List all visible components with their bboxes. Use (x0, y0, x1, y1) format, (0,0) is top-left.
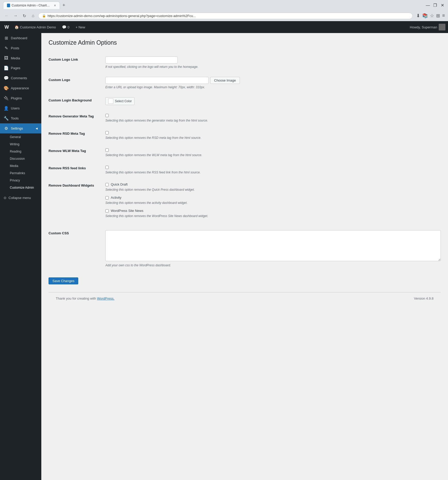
custom-login-bg-label: Custom Login Background (49, 97, 105, 102)
submenu-item-media[interactable]: Media (0, 162, 41, 170)
sidebar-item-plugins[interactable]: 🔌 Plugins (0, 93, 41, 103)
save-btn-row: Save Changes (49, 277, 441, 292)
custom-logo-input-group: Choose Image (105, 77, 441, 84)
collections-icon[interactable]: 📚 (422, 13, 428, 19)
custom-logo-link-input[interactable] (105, 57, 178, 63)
sidebar-label-comments: Comments (11, 76, 27, 80)
remove-rss-checkbox[interactable] (105, 166, 109, 169)
remove-generator-row: Remove Generator Meta Tag Selecting this… (49, 109, 441, 126)
remove-wlw-label: Remove WLW Meta Tag (49, 148, 105, 153)
page-title: Customize Admin Options (49, 39, 441, 46)
remove-rss-hint: Selecting this option removes the RSS fe… (105, 171, 441, 174)
remove-rss-checkbox-row (105, 165, 441, 169)
widget-activity-checkbox[interactable] (105, 196, 109, 199)
custom-logo-input[interactable] (105, 77, 209, 84)
choose-image-button[interactable]: Choose Image (210, 77, 240, 84)
collapse-label: Collapse menu (9, 196, 31, 200)
sidebar-menu: ⊞ Dashboard ✎ Posts 🖼 Media 📄 Pages 💬 Co… (0, 33, 41, 133)
submenu-item-general[interactable]: General (0, 133, 41, 141)
minimize-button[interactable]: — (425, 3, 430, 8)
remove-wlw-checkbox-row (105, 148, 441, 152)
sidebar-item-settings[interactable]: ⚙ Settings ◀ (0, 123, 41, 133)
remove-dashboard-widgets-field: Quick Draft Selecting this option remove… (105, 182, 441, 222)
sidebar-label-pages: Pages (11, 66, 20, 70)
media-icon: 🖼 (4, 56, 9, 60)
submenu-item-permalinks[interactable]: Permalinks (0, 170, 41, 177)
sidebar-label-appearance: Appearance (11, 86, 29, 90)
custom-css-textarea[interactable] (105, 230, 441, 261)
submenu-item-customize-admin[interactable]: Customize Admin (0, 184, 41, 191)
admin-bar-comments[interactable]: 💬 0 (59, 21, 72, 33)
widget-wp-news-group: WordPress Site News Selecting this optio… (105, 209, 441, 218)
sidebar-label-media: Media (11, 56, 20, 60)
widget-quick-draft-group: Quick Draft Selecting this option remove… (105, 182, 441, 191)
remove-rss-row: Remove RSS feed links Selecting this opt… (49, 161, 441, 178)
lock-icon: 🔒 (42, 14, 46, 18)
admin-bar-user[interactable]: Howdy, Superman (410, 24, 445, 30)
sidebar-label-settings: Settings (11, 126, 23, 130)
back-button[interactable]: ← (3, 12, 10, 19)
wp-logo[interactable]: W (3, 23, 11, 31)
widget-wp-news-row: WordPress Site News (105, 209, 441, 213)
sidebar-label-plugins: Plugins (11, 96, 22, 100)
remove-dashboard-widgets-label: Remove Dashboard Widgets (49, 182, 105, 187)
save-changes-button[interactable]: Save Changes (49, 277, 78, 284)
submenu-item-discussion[interactable]: Discussion (0, 155, 41, 162)
custom-css-hint: Add your own css to the WordPress dashbo… (105, 263, 441, 267)
favorites-icon[interactable]: ☆ (430, 13, 434, 19)
custom-logo-link-hint: If not specified, clicking on the logo w… (105, 65, 441, 69)
dashboard-icon: ⊞ (4, 36, 9, 41)
sidebar-item-dashboard[interactable]: ⊞ Dashboard (0, 33, 41, 43)
url-input[interactable] (48, 14, 409, 18)
maximize-button[interactable]: ❐ (433, 3, 438, 8)
widget-quick-draft-hint: Selecting this option removes the Quick … (105, 188, 441, 191)
submenu-item-reading[interactable]: Reading (0, 148, 41, 155)
browser-chrome: Customize Admin ‹ Charity Wallet × + — ❐… (0, 0, 448, 21)
home-button[interactable]: ⌂ (29, 12, 37, 19)
widget-quick-draft-checkbox[interactable] (105, 183, 109, 186)
remove-rss-label: Remove RSS feed links (49, 165, 105, 170)
remove-wlw-checkbox[interactable] (105, 148, 109, 152)
submenu-item-writing[interactable]: Writing (0, 141, 41, 148)
admin-bar-new[interactable]: + New (73, 21, 88, 33)
wordpress-link[interactable]: WordPress. (97, 297, 115, 300)
submenu-item-privacy[interactable]: Privacy (0, 177, 41, 184)
browser-toolbar: ← → ↻ ⌂ 🔒 ⬇ 📚 ☆ ⊞ ≡ (0, 11, 448, 21)
new-item-label: + New (76, 25, 85, 29)
address-bar[interactable]: 🔒 (38, 13, 413, 19)
remove-generator-checkbox-row (105, 113, 441, 117)
new-tab-button[interactable]: + (62, 3, 65, 8)
custom-logo-hint: Enter a URL or upload logo image. Maximu… (105, 85, 441, 89)
sidebar-item-tools[interactable]: 🔧 Tools (0, 113, 41, 123)
remove-rsd-label: Remove RSD Meta Tag (49, 131, 105, 135)
version-text: Version 4.9.8 (414, 297, 434, 300)
forward-button[interactable]: → (12, 12, 19, 19)
apps-icon[interactable]: ⊞ (436, 13, 440, 19)
sidebar-item-posts[interactable]: ✎ Posts (0, 43, 41, 53)
tab-close-icon[interactable]: × (54, 3, 56, 7)
settings-icon: ⚙ (4, 126, 9, 131)
remove-rsd-checkbox[interactable] (105, 131, 109, 134)
sidebar-item-appearance[interactable]: 🎨 Appearance (0, 83, 41, 93)
remove-generator-label: Remove Generator Meta Tag (49, 113, 105, 118)
tab-title: Customize Admin ‹ Charity Wallet (12, 4, 51, 7)
footer-text: Thank you for creating with WordPress. (56, 297, 114, 300)
menu-icon[interactable]: ≡ (442, 13, 445, 19)
remove-generator-checkbox[interactable] (105, 114, 109, 117)
widget-wp-news-label: WordPress Site News (111, 209, 143, 213)
collapse-menu[interactable]: ⊙ Collapse menu (0, 193, 41, 202)
refresh-button[interactable]: ↻ (21, 12, 28, 19)
remove-rss-field: Selecting this option removes the RSS fe… (105, 165, 441, 174)
sidebar-item-users[interactable]: 👤 Users (0, 103, 41, 113)
sidebar-item-pages[interactable]: 📄 Pages (0, 63, 41, 73)
sidebar-item-media[interactable]: 🖼 Media (0, 53, 41, 63)
widget-wp-news-checkbox[interactable] (105, 209, 109, 213)
footer-bar: Thank you for creating with WordPress. V… (49, 292, 441, 305)
select-color-button[interactable]: Select Color (105, 97, 135, 105)
admin-bar-home[interactable]: 🏠 Customize Admin Demo (12, 21, 58, 33)
sidebar-item-comments[interactable]: 💬 Comments (0, 73, 41, 83)
download-icon[interactable]: ⬇ (416, 13, 420, 19)
remove-rsd-row: Remove RSD Meta Tag Selecting this optio… (49, 126, 441, 144)
widget-activity-label: Activity (111, 196, 121, 199)
close-button[interactable]: ✕ (440, 3, 445, 8)
